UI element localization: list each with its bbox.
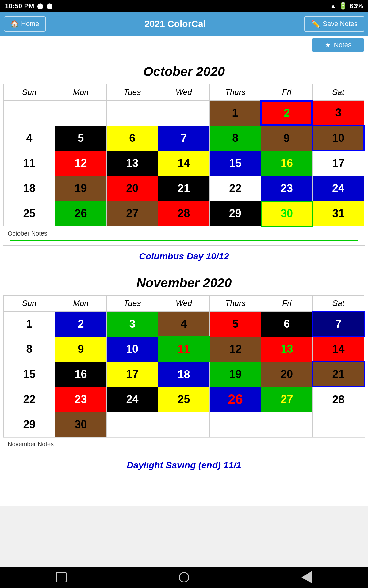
cell-oct-16[interactable]: 16 [261,151,312,176]
cell-oct-26[interactable]: 26 [55,201,106,226]
cell-nov-26[interactable]: 26 [210,387,261,412]
home-button[interactable]: 🏠 Home [4,16,46,32]
cell-oct-17[interactable]: 17 [312,151,364,176]
cell-nov-9[interactable]: 9 [55,337,107,362]
cell-nov-29[interactable]: 29 [4,412,55,437]
cell-oct-11[interactable]: 11 [4,151,55,176]
notes-bar: ★ Notes [0,36,368,55]
november-notes[interactable]: November Notes [3,437,365,451]
cell-empty [106,100,158,126]
cell-oct-23[interactable]: 23 [261,176,312,201]
cell-empty [313,412,364,437]
battery-percent: 63% [350,2,363,10]
cell-oct-14[interactable]: 14 [158,151,209,176]
cell-oct-31[interactable]: 31 [312,201,364,226]
cell-nov-23[interactable]: 23 [55,387,107,412]
cell-oct-2[interactable]: 2 [261,100,312,126]
table-row: 18 19 20 21 22 23 24 [4,176,364,201]
nav-square-button[interactable] [56,572,67,582]
star-icon: ★ [325,41,331,49]
cell-nov-30[interactable]: 30 [55,412,107,437]
cell-oct-22[interactable]: 22 [209,176,261,201]
cell-oct-12[interactable]: 12 [55,151,106,176]
cell-nov-25[interactable]: 25 [158,387,210,412]
cell-empty [158,100,209,126]
october-table: Sun Mon Tues Wed Thurs Fri Sat 1 2 [3,84,365,227]
cell-oct-27[interactable]: 27 [106,201,158,226]
col-mon: Mon [55,295,107,311]
cell-nov-13[interactable]: 13 [261,337,313,362]
cell-oct-1[interactable]: 1 [209,100,261,126]
cell-oct-25[interactable]: 25 [4,201,55,226]
cell-nov-19[interactable]: 19 [210,362,261,387]
cell-nov-22[interactable]: 22 [4,387,55,412]
cell-nov-12[interactable]: 12 [210,337,261,362]
october-notes[interactable]: October Notes [3,227,365,240]
cell-oct-21[interactable]: 21 [158,176,209,201]
cell-empty [158,412,210,437]
notes-button[interactable]: ★ Notes [312,38,364,52]
cell-oct-7[interactable]: 7 [158,126,209,151]
cell-nov-7[interactable]: 7 [313,311,364,337]
cell-nov-5[interactable]: 5 [210,311,261,337]
table-row: 29 30 [4,412,364,437]
cell-nov-17[interactable]: 17 [107,362,158,387]
bottom-nav [0,567,368,588]
cell-nov-2[interactable]: 2 [55,311,107,337]
cell-nov-14[interactable]: 14 [313,337,364,362]
cell-nov-21[interactable]: 21 [313,362,364,387]
col-mon: Mon [55,84,106,101]
cell-oct-28[interactable]: 28 [158,201,209,226]
cell-nov-27[interactable]: 27 [261,387,313,412]
november-header-row: Sun Mon Tues Wed Thurs Fri Sat [4,295,364,311]
nav-back-button[interactable] [301,571,312,583]
col-fri: Fri [261,84,312,101]
status-left: 10:50 PM ⬤ ⬤ [5,2,52,10]
col-wed: Wed [158,295,210,311]
cell-nov-10[interactable]: 10 [107,337,158,362]
cell-oct-19[interactable]: 19 [55,176,106,201]
cell-oct-15[interactable]: 15 [209,151,261,176]
cell-oct-10[interactable]: 10 [312,126,364,151]
cell-nov-15[interactable]: 15 [4,362,55,387]
cell-nov-1[interactable]: 1 [4,311,55,337]
cell-oct-8[interactable]: 8 [209,126,261,151]
cell-nov-4[interactable]: 4 [158,311,210,337]
cell-oct-13[interactable]: 13 [106,151,158,176]
cell-nov-3[interactable]: 3 [107,311,158,337]
nav-circle-button[interactable] [179,572,189,582]
notes-label: Notes [334,41,351,49]
col-tues: Tues [106,84,158,101]
cell-oct-6[interactable]: 6 [106,126,158,151]
col-tues: Tues [107,295,158,311]
cell-oct-3[interactable]: 3 [312,100,364,126]
cell-oct-29[interactable]: 29 [209,201,261,226]
cell-nov-18[interactable]: 18 [158,362,210,387]
table-row: 8 9 10 11 12 13 14 [4,337,364,362]
table-row: 4 5 6 7 8 9 10 [4,126,364,151]
columbus-day-text: Columbus Day 10/12 [3,251,365,262]
cell-oct-4[interactable]: 4 [4,126,55,151]
cell-oct-30[interactable]: 30 [261,201,312,226]
cell-nov-20[interactable]: 20 [261,362,313,387]
main-content: October 2020 Sun Mon Tues Wed Thurs Fri … [0,55,368,506]
home-icon: 🏠 [10,20,19,28]
table-row: 15 16 17 18 19 20 21 [4,362,364,387]
cell-oct-20[interactable]: 20 [106,176,158,201]
october-header-row: Sun Mon Tues Wed Thurs Fri Sat [4,84,364,101]
cell-nov-16[interactable]: 16 [55,362,107,387]
cell-oct-18[interactable]: 18 [4,176,55,201]
app-title: 2021 ColorCal [46,19,305,29]
cell-oct-5[interactable]: 5 [55,126,106,151]
cell-nov-28[interactable]: 28 [313,387,364,412]
cell-nov-11[interactable]: 11 [158,337,210,362]
cell-oct-24[interactable]: 24 [312,176,364,201]
col-sat: Sat [313,295,364,311]
save-notes-button[interactable]: ✏️ Save Notes [304,16,364,32]
cell-nov-6[interactable]: 6 [261,311,313,337]
square-icon [56,572,67,582]
cell-nov-8[interactable]: 8 [4,337,55,362]
cell-empty [4,100,55,126]
cell-nov-24[interactable]: 24 [107,387,158,412]
cell-oct-9[interactable]: 9 [261,126,312,151]
